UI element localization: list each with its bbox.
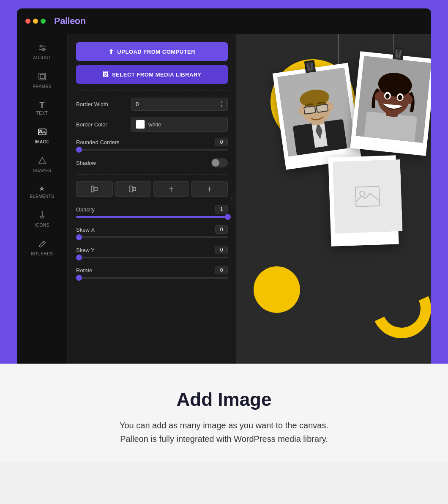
shadow-row: Shadow (76, 158, 228, 167)
sidebar: ADJUST FRAMES T TEXT (17, 34, 68, 364)
align-btn-4[interactable] (191, 181, 228, 197)
svg-point-2 (40, 45, 42, 47)
border-color-label: Border Color (76, 121, 131, 128)
image-placeholder-bg (333, 159, 403, 233)
sidebar-item-brushes[interactable]: BRUSHES (17, 235, 67, 260)
bottom-section: Add Image You can add as many image as y… (0, 364, 448, 463)
photo-person-1 (277, 68, 355, 156)
elements-icon: ★ (38, 185, 46, 192)
rounded-corners-value: 0 (215, 138, 228, 146)
bottom-desc-line2: Palleon is fully integrated with WordPre… (120, 434, 328, 444)
brushes-icon (38, 239, 47, 250)
spinner-up[interactable]: ▲ (220, 101, 223, 104)
border-color-row: Border Color white (76, 117, 228, 132)
opacity-slider[interactable] (76, 216, 228, 218)
opacity-value: 1 (215, 205, 228, 214)
control-panel: ⬆ UPLOAD FROM COMPUTER 🖼 SELECT FROM MED… (68, 34, 237, 364)
media-btn-label: SELECT FROM MEDIA LIBRARY (112, 71, 202, 78)
select-from-media-button[interactable]: 🖼 SELECT FROM MEDIA LIBRARY (76, 65, 228, 84)
rounded-corners-row: Rounded Corders 0 (76, 138, 228, 151)
align-btn-3[interactable] (153, 181, 190, 197)
sidebar-label-text: TEXT (36, 111, 48, 115)
skew-x-label: Skew X (76, 227, 95, 233)
skew-y-value: 0 (215, 246, 228, 254)
rotate-row: Rotate 0 (76, 266, 228, 279)
svg-rect-27 (304, 106, 316, 114)
skew-y-slider[interactable] (76, 257, 228, 258)
skew-x-row: Skew X 0 (76, 225, 228, 238)
color-swatch-white[interactable] (136, 120, 145, 129)
skew-x-value: 0 (215, 225, 228, 234)
canvas[interactable] (237, 34, 431, 364)
icons-icon (38, 211, 47, 221)
border-color-input[interactable]: white (131, 117, 228, 132)
polaroid-photo-1[interactable] (273, 63, 361, 170)
toggle-thumb (212, 159, 219, 167)
bottom-desc-line1: You can add as many image as you want to… (120, 421, 328, 430)
border-width-value: 0 (136, 101, 139, 107)
skew-x-slider[interactable] (76, 236, 228, 238)
svg-rect-10 (91, 186, 94, 192)
svg-rect-11 (95, 187, 97, 191)
upload-icon: ⬆ (109, 48, 114, 55)
maximize-dot[interactable] (41, 19, 46, 24)
sidebar-label-adjust: ADJUST (33, 55, 51, 60)
sidebar-item-shapes[interactable]: SHAPES (17, 152, 67, 177)
divider-1 (76, 90, 228, 91)
text-icon: T (39, 101, 45, 109)
minimize-dot[interactable] (33, 19, 38, 24)
svg-line-9 (43, 242, 44, 244)
bottom-description: You can add as many image as you want to… (80, 419, 368, 446)
rotate-slider[interactable] (76, 277, 228, 279)
svg-point-3 (42, 49, 44, 51)
shadow-label: Shadow (76, 160, 211, 166)
alignment-row (76, 181, 228, 197)
svg-rect-5 (40, 74, 44, 79)
align-btn-1[interactable] (76, 181, 113, 197)
frames-icon (38, 72, 47, 82)
border-width-input[interactable]: 0 ▲ ▼ (131, 98, 228, 111)
shadow-toggle[interactable] (211, 158, 228, 167)
svg-rect-28 (317, 104, 328, 112)
divider-2 (76, 174, 228, 175)
sidebar-item-image[interactable]: IMAGE (17, 123, 67, 148)
sidebar-label-elements: ELEMENTS (30, 194, 55, 199)
window-controls (25, 19, 46, 24)
svg-rect-6 (38, 129, 46, 135)
photo-placeholder (333, 159, 403, 233)
sidebar-item-text[interactable]: T TEXT (17, 96, 67, 120)
rounded-corners-label: Rounded Corders (76, 139, 120, 145)
spinner[interactable]: ▲ ▼ (220, 101, 223, 108)
skew-y-label: Skew Y (76, 247, 95, 253)
sidebar-label-frames: FRAMES (33, 84, 52, 89)
sidebar-item-icons[interactable]: ICONS (17, 206, 67, 232)
svg-line-29 (315, 109, 317, 110)
polaroid-photo-3[interactable] (328, 155, 399, 246)
media-icon: 🖼 (102, 71, 109, 78)
photo-person-2 (356, 56, 431, 143)
app-logo: Palleon (54, 16, 86, 27)
sidebar-item-elements[interactable]: ★ ELEMENTS (17, 181, 67, 203)
upload-from-computer-button[interactable]: ⬆ UPLOAD FROM COMPUTER (76, 42, 228, 61)
shapes-icon (38, 156, 47, 167)
svg-point-8 (41, 211, 43, 213)
close-dot[interactable] (25, 19, 30, 24)
bottom-title: Add Image (8, 389, 440, 410)
sidebar-item-frames[interactable]: FRAMES (17, 68, 67, 93)
align-btn-2[interactable] (115, 181, 151, 197)
panel-toggle-button[interactable]: ‹ (231, 193, 237, 205)
sidebar-label-brushes: BRUSHES (31, 252, 53, 256)
spinner-down[interactable]: ▼ (220, 104, 223, 108)
sidebar-label-image: IMAGE (35, 140, 49, 144)
sidebar-item-adjust[interactable]: ADJUST (17, 39, 67, 64)
svg-point-44 (360, 191, 365, 196)
rotate-label: Rotate (76, 267, 92, 274)
opacity-row: Opacity 1 (76, 205, 228, 218)
opacity-label: Opacity (76, 206, 95, 213)
polaroid-photo-2[interactable] (350, 51, 431, 156)
border-color-value: white (148, 121, 161, 128)
yellow-dot-decoration (254, 266, 300, 313)
sidebar-label-icons: ICONS (35, 223, 49, 227)
rounded-corners-slider[interactable] (76, 149, 228, 151)
sidebar-label-shapes: SHAPES (33, 168, 52, 173)
